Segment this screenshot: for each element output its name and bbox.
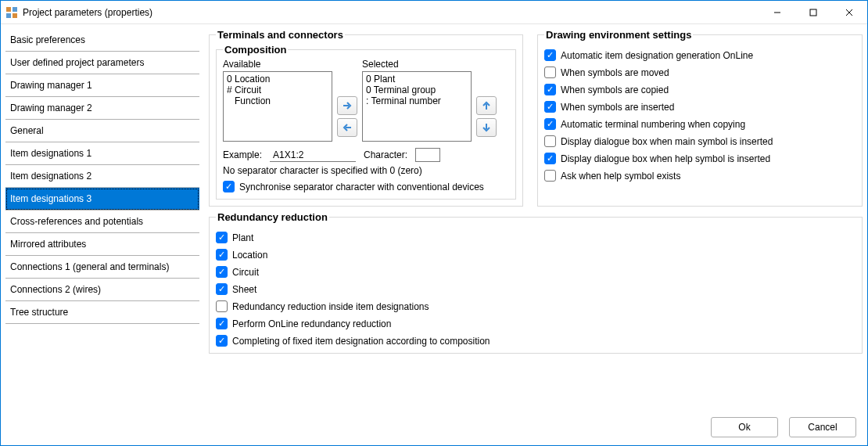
drawing-environment-group: Drawing environment settings Automatic i… <box>537 29 863 207</box>
cancel-button[interactable]: Cancel <box>789 417 856 437</box>
sidebar-item-basic-preferences[interactable]: Basic preferences <box>5 29 199 52</box>
sidebar-item-label: Drawing manager 2 <box>10 103 92 113</box>
sidebar-item-general[interactable]: General <box>5 120 199 142</box>
checkbox-label: Circuit <box>232 267 259 278</box>
svg-rect-3 <box>13 13 17 18</box>
terminals-title: Terminals and connectors <box>216 29 345 41</box>
svg-rect-1 <box>13 7 17 12</box>
move-down-button[interactable] <box>476 118 497 137</box>
selected-label: Selected <box>362 59 472 70</box>
redundancy-title: Redundancy reduction <box>216 211 329 223</box>
character-label: Character: <box>364 149 407 160</box>
checkbox-auto-terminal-numbering[interactable] <box>544 118 556 130</box>
checkbox-label: Plant <box>232 232 253 243</box>
cancel-button-label: Cancel <box>808 422 837 433</box>
ok-button[interactable]: Ok <box>711 417 778 437</box>
sidebar-item-connections-2[interactable]: Connections 2 (wires) <box>5 279 199 301</box>
move-up-button[interactable] <box>476 96 497 115</box>
sidebar-item-label: Item designations 1 <box>10 148 91 159</box>
checkbox-label: Display dialogue box when main symbol is… <box>561 136 773 147</box>
checkbox-auto-item-designation[interactable] <box>544 49 556 61</box>
available-listbox[interactable]: 0 Location # Circuit Function <box>223 71 332 142</box>
sync-separator-label: Synchronise separator character with con… <box>239 182 484 192</box>
checkbox-label: Redundancy reduction inside item designa… <box>232 301 429 312</box>
sidebar-item-label: Cross-references and potentials <box>10 216 143 227</box>
svg-rect-0 <box>6 7 11 12</box>
checkbox-label: Automatic terminal numbering when copyin… <box>561 119 745 130</box>
sidebar-item-drawing-manager-1[interactable]: Drawing manager 1 <box>5 74 199 97</box>
sidebar-item-label: User defined project parameters <box>10 57 144 68</box>
sync-separator-checkbox[interactable] <box>223 181 235 192</box>
redundancy-group: Redundancy reduction Plant Location Circ… <box>209 211 863 354</box>
sidebar-item-mirrored-attributes[interactable]: Mirrored attributes <box>5 233 199 256</box>
checkbox-label: Automatic item designation generation On… <box>561 50 753 61</box>
titlebar: Project parameters (properties) <box>1 1 867 24</box>
selected-listbox[interactable]: 0 Plant 0 Terminal group : Terminal numb… <box>362 71 472 142</box>
sidebar: Basic preferences User defined project p… <box>5 29 199 441</box>
checkbox-dialogue-main-symbol[interactable] <box>544 135 556 147</box>
checkbox-label: Location <box>232 250 267 261</box>
svg-rect-2 <box>6 13 11 18</box>
checkbox-sheet[interactable] <box>216 283 228 295</box>
checkbox-label: Sheet <box>232 284 256 295</box>
sidebar-item-item-designations-1[interactable]: Item designations 1 <box>5 142 199 165</box>
svg-rect-5 <box>810 9 816 16</box>
sidebar-item-label: Item designations 2 <box>10 171 91 182</box>
checkbox-location[interactable] <box>216 249 228 261</box>
close-button[interactable] <box>831 1 867 24</box>
move-left-button[interactable] <box>337 118 357 137</box>
sidebar-item-connections-1[interactable]: Connections 1 (general and terminals) <box>5 256 199 279</box>
sidebar-item-label: Drawing manager 1 <box>10 80 92 91</box>
checkbox-label: Completing of fixed item designation acc… <box>232 336 490 347</box>
checkbox-label: When symbols are inserted <box>561 102 674 113</box>
checkbox-ask-help-symbol-exists[interactable] <box>544 170 556 182</box>
sidebar-item-tree-structure[interactable]: Tree structure <box>5 301 199 324</box>
composition-group: Composition Available 0 Location # Circu… <box>216 44 516 200</box>
example-value: A1X1:2 <box>270 149 356 162</box>
checkbox-label: Ask when help symbol exists <box>561 171 680 182</box>
window-title: Project parameters (properties) <box>23 7 152 18</box>
checkbox-label: Display dialogue box when help symbol is… <box>561 153 770 164</box>
checkbox-dialogue-help-symbol[interactable] <box>544 153 556 164</box>
minimize-button[interactable] <box>759 1 795 24</box>
checkbox-symbols-moved[interactable] <box>544 67 556 78</box>
checkbox-plant[interactable] <box>216 232 228 243</box>
checkbox-redundancy-inside[interactable] <box>216 300 228 312</box>
move-right-button[interactable] <box>337 96 357 115</box>
sidebar-item-cross-references[interactable]: Cross-references and potentials <box>5 210 199 233</box>
sidebar-item-label: General <box>10 125 44 136</box>
composition-title: Composition <box>223 44 288 56</box>
ok-button-label: Ok <box>738 422 750 433</box>
available-label: Available <box>223 59 332 70</box>
drawing-environment-title: Drawing environment settings <box>544 29 693 41</box>
sidebar-item-label: Item designations 3 <box>10 193 91 204</box>
sidebar-item-label: Connections 1 (general and terminals) <box>10 261 169 272</box>
checkbox-completing-fixed[interactable] <box>216 335 228 347</box>
checkbox-online-redundancy[interactable] <box>216 318 228 329</box>
checkbox-symbols-copied[interactable] <box>544 84 556 95</box>
checkbox-label: When symbols are moved <box>561 67 669 78</box>
maximize-button[interactable] <box>795 1 831 24</box>
sidebar-item-label: Mirrored attributes <box>10 239 86 250</box>
sidebar-item-label: Tree structure <box>10 307 68 318</box>
example-label: Example: <box>223 149 262 160</box>
sidebar-item-label: Connections 2 (wires) <box>10 284 101 295</box>
checkbox-symbols-inserted[interactable] <box>544 101 556 113</box>
app-icon <box>5 6 18 19</box>
sidebar-item-label: Basic preferences <box>10 34 85 45</box>
checkbox-circuit[interactable] <box>216 266 228 278</box>
sidebar-item-drawing-manager-2[interactable]: Drawing manager 2 <box>5 97 199 120</box>
sidebar-item-item-designations-3[interactable]: Item designations 3 <box>5 188 199 210</box>
checkbox-label: When symbols are copied <box>561 85 669 95</box>
checkbox-label: Perform OnLine redundancy reduction <box>232 318 391 329</box>
character-input[interactable] <box>415 148 440 162</box>
dialog-window: Project parameters (properties) Basic pr… <box>0 0 868 446</box>
separator-hint: No separator character is specified with… <box>223 165 509 176</box>
sidebar-item-item-designations-2[interactable]: Item designations 2 <box>5 165 199 188</box>
terminals-group: Terminals and connectors Composition Ava… <box>209 29 523 207</box>
sidebar-item-user-defined-project-parameters[interactable]: User defined project parameters <box>5 52 199 74</box>
